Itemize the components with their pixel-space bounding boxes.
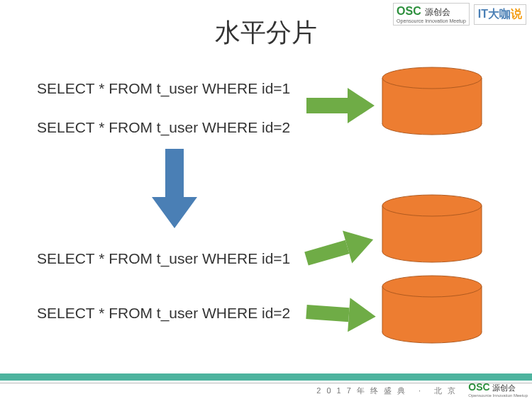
svg-rect-7 xyxy=(165,149,184,197)
osc-logo: OSC 源创会 Opensource Innovation Meetup xyxy=(393,3,470,26)
sql-after-2: SELECT * FROM t_user WHERE id=2 xyxy=(37,305,290,322)
osc-logo-chinese: 源创会 xyxy=(425,7,450,17)
database-after-2-icon xyxy=(382,276,482,343)
arrow-transition-icon xyxy=(152,149,197,228)
svg-marker-6 xyxy=(348,88,375,123)
svg-marker-10 xyxy=(343,223,378,264)
slide-title: 水平分片 xyxy=(215,16,317,50)
footer-text: 2017年终盛典 · 北京 xyxy=(316,386,461,396)
footer-osc-logo: OSC 源创会 Opensource Innovation Meetup xyxy=(468,381,528,398)
svg-marker-8 xyxy=(152,197,197,228)
it-logo: IT大咖说 xyxy=(474,4,526,25)
header-logos: OSC 源创会 Opensource Innovation Meetup IT大… xyxy=(393,3,526,26)
diagram-overlay xyxy=(0,0,532,399)
sql-before-1: SELECT * FROM t_user WHERE id=1 xyxy=(37,80,290,97)
arrow-before-icon xyxy=(306,88,375,123)
footer-osc-sub: Opensource Innovation Meetup xyxy=(468,393,528,398)
svg-marker-12 xyxy=(348,298,377,334)
sql-before-2: SELECT * FROM t_user WHERE id=2 xyxy=(37,119,290,136)
arrow-after-1-icon xyxy=(301,223,377,275)
svg-rect-11 xyxy=(306,305,349,322)
osc-logo-text: OSC xyxy=(397,5,421,17)
sql-after-1: SELECT * FROM t_user WHERE id=1 xyxy=(37,250,290,267)
arrow-after-2-icon xyxy=(305,295,377,334)
svg-rect-9 xyxy=(304,240,349,266)
footer-osc-chinese: 源创会 xyxy=(492,383,516,392)
osc-logo-sub: Opensource Innovation Meetup xyxy=(397,18,466,23)
footer-line xyxy=(0,383,532,383)
footer-bar xyxy=(0,373,532,381)
footer-osc-text: OSC xyxy=(468,381,489,393)
it-logo-text: IT大咖 xyxy=(478,8,511,20)
svg-rect-5 xyxy=(306,98,348,113)
it-logo-accent: 说 xyxy=(511,8,522,20)
database-after-1-icon xyxy=(382,195,482,262)
database-before-icon xyxy=(382,67,482,135)
